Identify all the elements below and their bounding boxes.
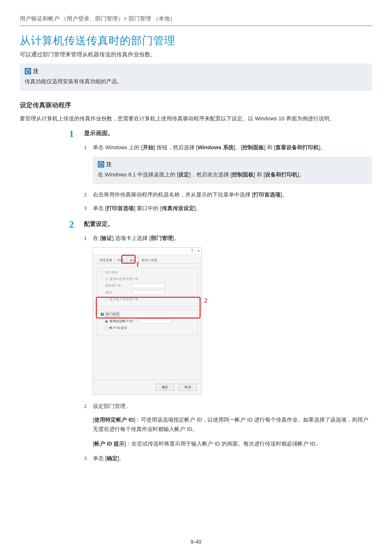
note-icon bbox=[98, 161, 104, 168]
note-icon bbox=[25, 68, 31, 74]
close-icon[interactable]: × bbox=[198, 249, 200, 253]
note-label: 注 bbox=[106, 161, 112, 168]
note-body-1: 传真功能仅适用安装有传真功能的产品。 bbox=[25, 77, 367, 86]
substep-text: 单击 Windows 上的 [开始] 按钮，然后选择 [Windows 系统]、… bbox=[93, 143, 372, 152]
substep-number: 2 bbox=[84, 190, 93, 199]
note-box-1: 注 传真功能仅适用安装有传真功能的产品。 bbox=[20, 64, 372, 91]
substep-text: 在 [验证] 选项卡上选择 [部门管理]。 bbox=[93, 234, 372, 243]
callout-num-2: 2 bbox=[204, 297, 207, 304]
password-input[interactable] bbox=[132, 290, 165, 295]
step-1-sub-2: 2 右击将用作传真驱动程序的机器名称，并从显示的下拉菜单中选择 [打印首选项]。 bbox=[84, 190, 372, 199]
callout-num-1: 1 bbox=[136, 261, 139, 268]
callout-box-2 bbox=[96, 297, 201, 319]
step-2: 2 配置设定。 bbox=[69, 219, 372, 230]
tab-send-options[interactable]: 传送选项 bbox=[97, 257, 115, 263]
password-label: 密码: bbox=[100, 290, 132, 295]
dialog-screenshot: ? × 传送选项 封面 验证 发件人信息 用户登录 bbox=[93, 247, 209, 395]
note-box-2: 注 在 Windows 8.1 中选择桌面上的 [设定]，然后依次选择 [控制面… bbox=[93, 157, 372, 184]
substep-text: 单击 [确定]。 bbox=[93, 454, 372, 463]
user-login-label: 用户登录 bbox=[105, 270, 118, 275]
dialog-titlebar: ? × bbox=[93, 248, 201, 255]
step-number-1: 1 bbox=[69, 128, 84, 140]
substep-text: 设定部门管理。 bbox=[93, 402, 372, 411]
specific-user-radio[interactable] bbox=[105, 278, 108, 281]
substep-number: 1 bbox=[84, 143, 93, 152]
substep-number: 2 bbox=[84, 402, 93, 411]
section-heading: 设定传真驱动程序 bbox=[20, 101, 372, 109]
step-number-2: 2 bbox=[69, 219, 84, 230]
step-2-sub-1: 1 在 [验证] 选项卡上选择 [部门管理]。 bbox=[84, 234, 372, 243]
step-2-title: 配置设定。 bbox=[84, 220, 114, 228]
substep-number: 3 bbox=[84, 204, 93, 213]
specific-acct-radio[interactable] bbox=[105, 320, 108, 323]
specific-user-label: 使用特定登录用户名: bbox=[109, 277, 139, 281]
svg-point-5 bbox=[100, 163, 101, 164]
cancel-button[interactable]: 取消 bbox=[179, 384, 197, 391]
page-title: 从计算机传送传真时的部门管理 bbox=[20, 33, 372, 48]
substep-number: 1 bbox=[84, 234, 93, 243]
divider-top bbox=[20, 25, 372, 26]
login-user-label: 登录用户名: bbox=[100, 283, 132, 288]
ok-button[interactable]: 确定 bbox=[156, 384, 174, 391]
acct-prompt-radio[interactable] bbox=[105, 327, 108, 330]
step-1-sub-1: 1 单击 Windows 上的 [开始] 按钮，然后选择 [Windows 系统… bbox=[84, 143, 372, 152]
page-number: 9-40 bbox=[0, 539, 392, 545]
svg-point-2 bbox=[27, 70, 27, 71]
desc-prompt-acct: [帐户 ID 提示]：在尝试传送时将显示用于输入帐户 ID 的画面。每次进行传送… bbox=[93, 439, 372, 448]
callout-box-1 bbox=[121, 255, 136, 264]
specific-acct-label: 使用特定帐户 ID: bbox=[109, 319, 139, 323]
step-1-title: 显示画面。 bbox=[84, 129, 114, 137]
step-2-sub-2: 2 设定部门管理。 bbox=[84, 402, 372, 411]
acct-id-input[interactable] bbox=[139, 319, 172, 324]
note-body-2: 在 Windows 8.1 中选择桌面上的 [设定]，然后依次选择 [控制面板]… bbox=[98, 170, 367, 179]
substep-text: 单击 [打印首选项] 窗口中的 [传真传送设定]。 bbox=[93, 204, 372, 213]
intro-paragraph: 可以通过部门管理来管理从机器传送的传真作业份数。 bbox=[20, 50, 372, 59]
section-paragraph: 要管理从计算机上传送的传真作业份数，您需要在计算机上使用传真驱动程序来配置以下设… bbox=[20, 114, 372, 123]
dialog-footer: 确定 取消 bbox=[93, 380, 201, 394]
note-label: 注 bbox=[33, 67, 39, 75]
tabs-row: 传送选项 封面 验证 发件人信息 bbox=[93, 255, 201, 263]
tab-sender[interactable]: 发件人信息 bbox=[139, 257, 160, 263]
login-user-input[interactable] bbox=[132, 283, 165, 288]
step-2-sub-3: 3 单击 [确定]。 bbox=[84, 454, 372, 463]
acct-prompt-label: 帐户 ID 提示 bbox=[109, 326, 127, 330]
desc-specific-acct: [使用特定帐户 ID]：可使用该选项指定帐户 ID，以使用同一帐户 ID 进行每… bbox=[93, 415, 372, 434]
help-icon[interactable]: ? bbox=[191, 249, 193, 253]
substep-number: 3 bbox=[84, 454, 93, 463]
step-1-sub-3: 3 单击 [打印首选项] 窗口中的 [传真传送设定]。 bbox=[84, 204, 372, 213]
breadcrumb: 用户验证和帐户 （用户登录、部门管理）> 部门管理 （本地） bbox=[20, 15, 372, 25]
step-1: 1 显示画面。 bbox=[69, 128, 372, 140]
user-login-checkbox[interactable] bbox=[101, 271, 104, 274]
substep-text: 右击将用作传真驱动程序的机器名称，并从显示的下拉菜单中选择 [打印首选项]。 bbox=[93, 190, 372, 199]
